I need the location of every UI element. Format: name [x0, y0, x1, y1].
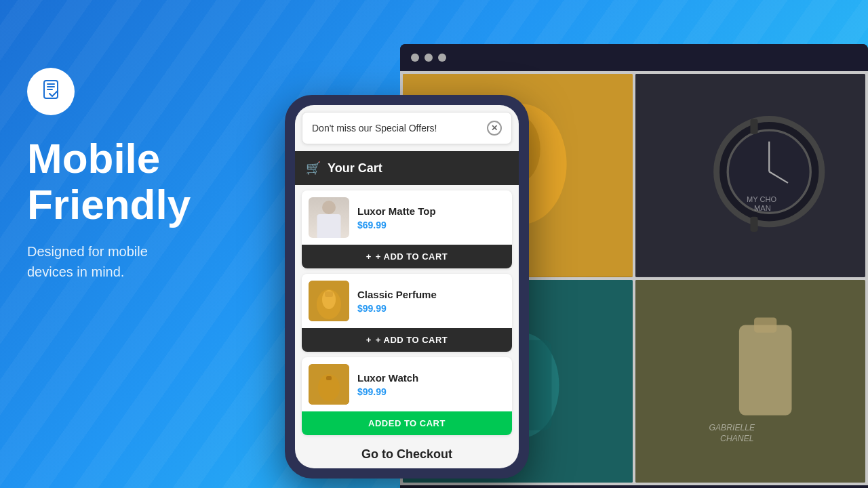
add-to-cart-button-2[interactable]: + + ADD TO CART: [302, 328, 512, 352]
cart-icon: 🛒: [306, 161, 321, 176]
checkout-section: Go to Checkout: [295, 441, 519, 468]
cart-items-list: Luxor Matte Top $69.99 + + ADD TO CART: [295, 185, 519, 441]
plus-icon-2: +: [366, 335, 372, 345]
svg-text:CHANEL: CHANEL: [720, 434, 753, 443]
cart-item-info-2: Classic Perfume $99.99: [357, 289, 505, 314]
cart-item-info-3: Luxor Watch $99.99: [357, 372, 505, 397]
cart-item-image-3: [309, 364, 349, 405]
logo-circle: [27, 68, 75, 115]
logo-icon: [40, 79, 62, 105]
browser-cell-chanel: GABRIELLE CHANEL: [635, 280, 865, 483]
cart-item-name-2: Classic Perfume: [357, 289, 505, 300]
cart-item-price-3: $99.99: [357, 386, 505, 397]
plus-icon-1: +: [366, 251, 372, 262]
svg-rect-20: [754, 317, 776, 332]
browser-dot-2: [425, 54, 433, 62]
svg-text:MY CHO: MY CHO: [747, 195, 776, 203]
notification-text: Don't miss our Special Offers!: [312, 123, 437, 134]
cart-item-name-1: Luxor Matte Top: [357, 205, 505, 217]
cart-item-content: Classic Perfume $99.99: [302, 274, 512, 328]
svg-rect-9: [751, 119, 758, 134]
cart-item-content: Luxor Matte Top $69.99: [302, 190, 512, 245]
browser-dot-1: [411, 54, 419, 62]
svg-text:MAN: MAN: [754, 204, 771, 212]
subtitle: Designed for mobiledevices in mind.: [27, 241, 191, 282]
cart-item-content: Luxor Watch $99.99: [302, 357, 512, 411]
add-to-cart-label-2: + ADD TO CART: [376, 335, 448, 345]
notification-bar: Don't miss our Special Offers! ✕: [302, 112, 512, 144]
cart-item: Classic Perfume $99.99 + + ADD TO CART: [302, 274, 512, 352]
added-to-cart-label-3: ADDED TO CART: [368, 418, 446, 428]
cart-item: Luxor Matte Top $69.99 + + ADD TO CART: [302, 190, 512, 268]
added-to-cart-button-3[interactable]: ADDED TO CART: [302, 411, 512, 435]
notification-close-button[interactable]: ✕: [487, 121, 502, 136]
cart-item-image-2: [309, 281, 349, 321]
svg-text:GABRIELLE: GABRIELLE: [709, 422, 755, 432]
cart-item-price-1: $69.99: [357, 220, 505, 230]
svg-rect-30: [326, 376, 332, 380]
svg-rect-10: [751, 217, 758, 232]
svg-point-27: [322, 290, 336, 309]
phone-mockup: Don't miss our Special Offers! ✕ 🛒 Your …: [285, 95, 529, 479]
cart-item: Luxor Watch $99.99 ADDED TO CART: [302, 357, 512, 435]
add-to-cart-label-1: + ADD TO CART: [376, 251, 448, 262]
browser-titlebar: [400, 44, 868, 71]
main-title: Mobile Friendly: [27, 136, 191, 228]
browser-cell-watch: MY CHO MAN: [635, 74, 865, 277]
add-to-cart-button-1[interactable]: + + ADD TO CART: [302, 245, 512, 268]
left-panel: Mobile Friendly Designed for mobiledevic…: [27, 68, 191, 282]
checkout-label[interactable]: Go to Checkout: [361, 447, 452, 461]
cart-item-image-1: [309, 197, 349, 238]
cart-item-price-2: $99.99: [357, 303, 505, 314]
browser-dot-3: [438, 54, 446, 62]
cart-item-info-1: Luxor Matte Top $69.99: [357, 205, 505, 230]
cart-title: Your Cart: [328, 161, 382, 176]
cart-item-name-3: Luxor Watch: [357, 372, 505, 384]
phone-screen: Don't miss our Special Offers! ✕ 🛒 Your …: [295, 105, 519, 468]
cart-header: 🛒 Your Cart: [295, 151, 519, 185]
svg-rect-19: [739, 325, 792, 415]
